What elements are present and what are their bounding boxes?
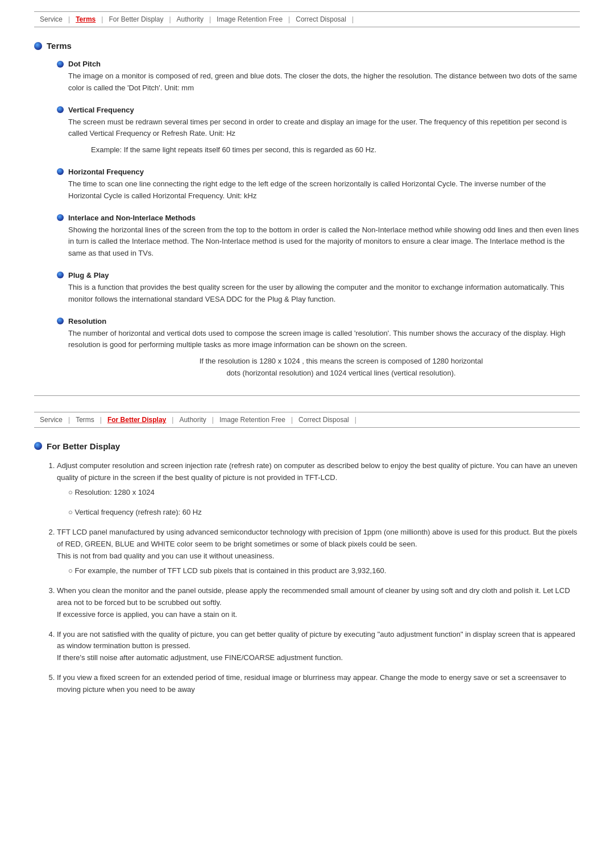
sub-list-2: For example, the number of TFT LCD sub p… [68, 565, 580, 577]
dot-pitch-title: Dot Pitch [68, 60, 101, 68]
interlace-title: Interlace and Non-Interlace Methods [68, 214, 196, 222]
plug-play-title: Plug & Play [68, 271, 109, 279]
better-display-section-title: For Better Display [47, 441, 120, 451]
vertical-freq-body: The screen must be redrawn several times… [68, 116, 580, 140]
nav-terms-1[interactable]: Terms [70, 15, 101, 23]
section-better-display-header: For Better Display [34, 441, 580, 451]
sub-list-1: Resolution: 1280 x 1024 Vertical frequen… [68, 487, 580, 519]
term-interlace: Interlace and Non-Interlace Methods Show… [57, 214, 580, 260]
list-item: If you are not satisfied with the qualit… [57, 629, 580, 664]
nav-bar-1: Service | Terms | For Better Display | A… [34, 11, 580, 27]
horizontal-freq-title: Horizontal Frequency [68, 168, 144, 176]
list-item: If you view a fixed screen for an extend… [57, 672, 580, 696]
resolution-icon [57, 318, 64, 324]
interlace-icon [57, 214, 64, 221]
resolution-body: The number of horizontal and vertical do… [68, 328, 580, 352]
list-item: When you clean the monitor and the panel… [57, 585, 580, 620]
dot-pitch-icon [57, 61, 64, 68]
vertical-freq-example: Example: If the same light repeats itsel… [91, 144, 580, 156]
terms-blue-dot [34, 42, 42, 50]
nav-correct-disposal-1[interactable]: Correct Disposal [290, 15, 352, 23]
interlace-body: Showing the horizontal lines of the scre… [68, 224, 580, 260]
plug-play-body: This is a function that provides the bes… [68, 282, 580, 306]
list-item: Vertical frequency (refresh rate): 60 Hz [68, 507, 580, 519]
nav-authority-2[interactable]: Authority [173, 416, 211, 424]
nav-correct-disposal-2[interactable]: Correct Disposal [293, 416, 355, 424]
nav-bar-2: Service | Terms | For Better Display | A… [34, 412, 580, 428]
nav-service-2[interactable]: Service [34, 416, 68, 424]
term-vertical-freq: Vertical Frequency The screen must be re… [57, 106, 580, 156]
horizontal-freq-body: The time to scan one line connecting the… [68, 178, 580, 202]
resolution-example: If the resolution is 1280 x 1024 , this … [102, 356, 580, 379]
list-item: For example, the number of TFT LCD sub p… [68, 565, 580, 577]
term-dot-pitch: Dot Pitch The image on a monitor is comp… [57, 60, 580, 94]
list-item: Resolution: 1280 x 1024 [68, 487, 580, 499]
nav-authority-1[interactable]: Authority [171, 15, 209, 23]
nav-image-retention-2[interactable]: Image Retention Free [214, 416, 291, 424]
term-horizontal-freq: Horizontal Frequency The time to scan on… [57, 168, 580, 202]
resolution-title: Resolution [68, 317, 106, 326]
horizontal-freq-icon [57, 168, 64, 175]
nav-image-retention-1[interactable]: Image Retention Free [211, 15, 288, 23]
better-display-list: Adjust computer resolution and screen in… [57, 460, 580, 696]
section-terms-header: Terms [34, 41, 580, 51]
vertical-freq-icon [57, 106, 64, 113]
dot-pitch-body: The image on a monitor is composed of re… [68, 70, 580, 94]
nav-better-display-1[interactable]: For Better Display [103, 15, 169, 23]
vertical-freq-title: Vertical Frequency [68, 106, 134, 114]
terms-section-title: Terms [47, 41, 72, 51]
nav-service-1[interactable]: Service [34, 15, 68, 23]
better-display-blue-dot [34, 442, 42, 450]
plug-play-icon [57, 272, 64, 278]
list-item: TFT LCD panel manufactured by using adva… [57, 527, 580, 577]
list-item: Adjust computer resolution and screen in… [57, 460, 580, 519]
term-resolution: Resolution The number of horizontal and … [57, 317, 580, 379]
divider-1 [34, 395, 580, 396]
term-plug-play: Plug & Play This is a function that prov… [57, 271, 580, 306]
nav-better-display-2[interactable]: For Better Display [102, 416, 172, 424]
nav-terms-2[interactable]: Terms [70, 416, 100, 424]
